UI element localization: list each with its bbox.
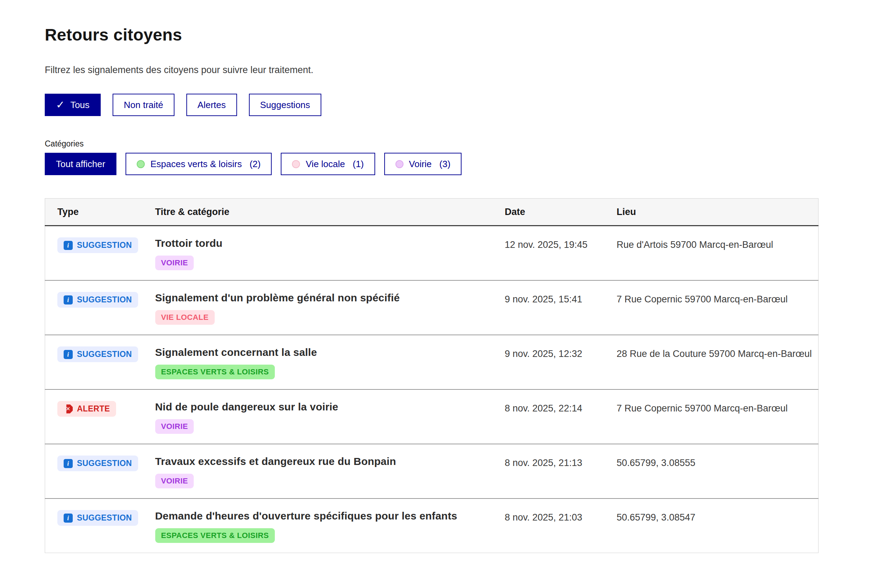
report-date: 9 nov. 2025, 12:32 — [493, 335, 605, 389]
filter-label: Tous — [70, 100, 90, 111]
type-badge-icon: i — [64, 241, 73, 250]
type-badge-label: SUGGESTION — [77, 350, 132, 359]
check-icon: ✓ — [56, 100, 65, 110]
category-tag: ESPACES VERTS & LOISIRS — [155, 364, 275, 379]
type-badge-label: SUGGESTION — [77, 240, 132, 250]
category-count: (3) — [440, 159, 451, 170]
table-row[interactable]: i SUGGESTION Travaux excessifs et danger… — [45, 444, 818, 498]
type-badge-label: ALERTE — [77, 404, 110, 414]
type-badge: i SUGGESTION — [57, 456, 138, 471]
filter-alertes-button[interactable]: Alertes — [186, 94, 237, 116]
category-filter-group: Tout afficher Espaces verts & loisirs (2… — [45, 153, 818, 175]
pink-dot-icon — [292, 160, 300, 168]
page-subtitle: Filtrez les signalements des citoyens po… — [45, 64, 818, 75]
report-title: Travaux excessifs et dangereux rue du Bo… — [155, 456, 493, 467]
report-title: Demande d'heures d'ouverture spécifiques… — [155, 510, 493, 522]
reports-table-container: Type Titre & catégorie Date Lieu i SUGGE… — [45, 198, 818, 553]
report-lieu: 7 Rue Copernic 59700 Marcq-en-Barœul — [605, 389, 818, 444]
header-type: Type — [45, 199, 143, 226]
type-badge: i SUGGESTION — [57, 237, 138, 253]
filter-tous-button[interactable]: ✓ Tous — [45, 94, 101, 116]
type-badge-label: SUGGESTION — [77, 513, 132, 523]
category-count: (1) — [353, 159, 364, 170]
report-date: 12 nov. 2025, 19:45 — [493, 226, 605, 281]
type-badge: ✕ ALERTE — [57, 401, 116, 417]
report-date: 8 nov. 2025, 21:03 — [493, 498, 605, 553]
category-label: Voirie — [409, 159, 432, 170]
type-badge-icon: i — [64, 513, 73, 523]
report-title: Signalement d'un problème général non sp… — [155, 292, 493, 304]
table-row[interactable]: i SUGGESTION Signalement d'un problème g… — [45, 280, 818, 335]
report-date: 8 nov. 2025, 22:14 — [493, 389, 605, 444]
category-tag: ESPACES VERTS & LOISIRS — [155, 528, 275, 543]
type-badge: i SUGGESTION — [57, 346, 138, 362]
report-lieu: 50.65799, 3.08547 — [605, 498, 818, 553]
type-filter-group: ✓ Tous Non traité Alertes Suggestions — [45, 94, 818, 116]
filter-label: Suggestions — [260, 100, 310, 111]
header-titre-categorie: Titre & catégorie — [143, 199, 493, 226]
category-tout-afficher-button[interactable]: Tout afficher — [45, 153, 116, 175]
category-tag: VOIRIE — [155, 419, 194, 434]
category-label: Vie locale — [306, 159, 345, 170]
purple-dot-icon — [395, 160, 404, 168]
categories-label: Catégories — [45, 139, 818, 148]
filter-label: Non traité — [124, 100, 163, 111]
type-badge-icon: i — [64, 459, 73, 468]
category-voirie-button[interactable]: Voirie (3) — [384, 153, 462, 175]
header-date: Date — [493, 199, 605, 226]
type-badge: i SUGGESTION — [57, 510, 138, 526]
category-tag: VIE LOCALE — [155, 310, 215, 325]
type-badge-label: SUGGESTION — [77, 295, 132, 304]
filter-suggestions-button[interactable]: Suggestions — [249, 94, 321, 116]
page-title: Retours citoyens — [45, 25, 818, 44]
report-lieu: 50.65799, 3.08555 — [605, 444, 818, 498]
table-row[interactable]: ✕ ALERTE Nid de poule dangereux sur la v… — [45, 389, 818, 444]
type-badge-icon: ✕ — [64, 405, 73, 414]
filter-label: Alertes — [198, 100, 226, 111]
table-row[interactable]: i SUGGESTION Signalement concernant la s… — [45, 335, 818, 389]
report-lieu: 28 Rue de la Couture 59700 Marcq-en-Barœ… — [605, 335, 818, 389]
report-title: Signalement concernant la salle — [155, 346, 493, 358]
green-dot-icon — [137, 160, 145, 168]
category-vie-locale-button[interactable]: Vie locale (1) — [281, 153, 375, 175]
report-title: Nid de poule dangereux sur la voirie — [155, 401, 493, 413]
type-badge-label: SUGGESTION — [77, 459, 132, 468]
filter-non-traite-button[interactable]: Non traité — [113, 94, 174, 116]
report-date: 9 nov. 2025, 15:41 — [493, 280, 605, 335]
main-content: Retours citoyens Filtrez les signalement… — [0, 0, 872, 553]
header-lieu: Lieu — [605, 199, 818, 226]
category-tag: VOIRIE — [155, 474, 194, 488]
table-row[interactable]: i SUGGESTION Trottoir tordu VOIRIE 12 no… — [45, 226, 818, 281]
report-title: Trottoir tordu — [155, 237, 493, 249]
category-espaces-verts-button[interactable]: Espaces verts & loisirs (2) — [126, 153, 272, 175]
table-row[interactable]: i SUGGESTION Demande d'heures d'ouvertur… — [45, 498, 818, 553]
reports-table: Type Titre & catégorie Date Lieu i SUGGE… — [45, 198, 818, 553]
type-badge-icon: i — [64, 296, 73, 304]
category-label: Tout afficher — [56, 159, 105, 170]
report-date: 8 nov. 2025, 21:13 — [493, 444, 605, 498]
category-count: (2) — [250, 159, 261, 170]
report-lieu: 7 Rue Copernic 59700 Marcq-en-Barœul — [605, 280, 818, 335]
type-badge-icon: i — [64, 350, 73, 359]
category-label: Espaces verts & loisirs — [150, 159, 242, 170]
report-lieu: Rue d'Artois 59700 Marcq-en-Barœul — [605, 226, 818, 281]
table-header-row: Type Titre & catégorie Date Lieu — [45, 199, 818, 226]
type-badge: i SUGGESTION — [57, 292, 138, 308]
category-tag: VOIRIE — [155, 255, 194, 270]
